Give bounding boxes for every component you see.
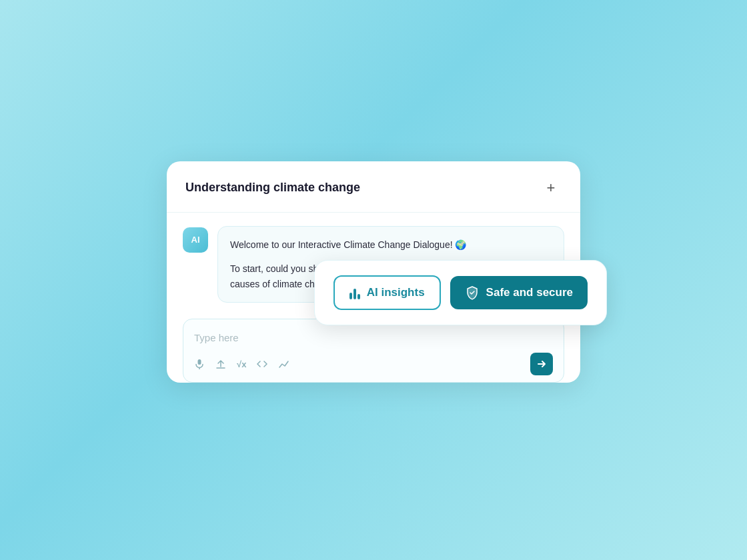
- bar-chart-icon: [349, 286, 360, 299]
- chat-input[interactable]: [194, 329, 553, 346]
- card-header: Understanding climate change +: [167, 161, 580, 213]
- math-icon[interactable]: √x: [237, 359, 246, 369]
- chart-icon[interactable]: [278, 359, 290, 369]
- code-icon[interactable]: [257, 359, 267, 369]
- svg-rect-0: [198, 359, 201, 365]
- close-button[interactable]: +: [540, 177, 562, 199]
- message-line1: Welcome to our Interactive Climate Chang…: [230, 239, 466, 250]
- mic-icon[interactable]: [194, 359, 205, 369]
- action-card: AI insights Safe and secure: [314, 260, 607, 325]
- input-area: √x: [183, 319, 564, 383]
- send-button[interactable]: [530, 353, 553, 375]
- ai-insights-label: AI insights: [367, 286, 425, 299]
- input-tools: √x: [194, 359, 290, 369]
- shield-icon: [465, 285, 480, 300]
- safe-secure-label: Safe and secure: [486, 286, 573, 299]
- card-container: Understanding climate change + AI Welcom…: [167, 161, 580, 399]
- input-toolbar: √x: [194, 353, 553, 375]
- ai-insights-button[interactable]: AI insights: [333, 275, 441, 310]
- ai-avatar: AI: [183, 227, 208, 253]
- card-title: Understanding climate change: [185, 181, 360, 195]
- safe-secure-button[interactable]: Safe and secure: [450, 276, 588, 309]
- upload-icon[interactable]: [215, 359, 226, 369]
